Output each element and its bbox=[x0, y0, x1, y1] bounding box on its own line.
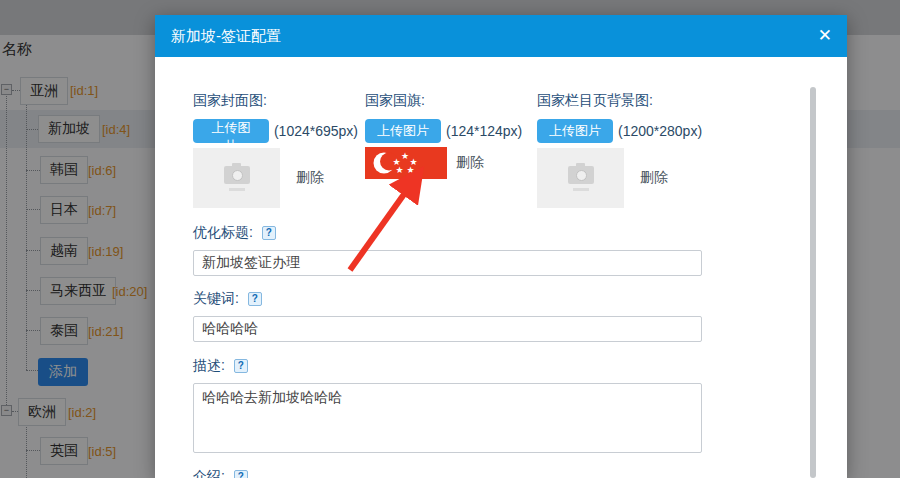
camera-icon bbox=[224, 166, 250, 184]
page: 名称 − − 亚洲 [id:1] 新加坡 [id:4] 韩国 [id:6] 日本… bbox=[0, 0, 900, 478]
intro-label: 介绍: bbox=[193, 468, 225, 478]
seo-title-field-group: 优化标题: ? bbox=[193, 224, 702, 276]
description-textarea[interactable]: 哈哈哈去新加坡哈哈哈 bbox=[193, 383, 702, 453]
camera-caption bbox=[229, 188, 245, 191]
modal-title: 新加坡-签证配置 bbox=[155, 15, 847, 57]
cover-image-placeholder bbox=[193, 148, 280, 208]
delete-background-link[interactable]: 删除 bbox=[640, 169, 668, 187]
help-icon[interactable]: ? bbox=[234, 470, 248, 478]
background-image-placeholder bbox=[537, 148, 624, 208]
upload-flag-label: 国家国旗: bbox=[365, 92, 530, 110]
modal-scrollbar-thumb[interactable] bbox=[810, 87, 816, 478]
seo-title-input[interactable] bbox=[193, 250, 702, 276]
camera-icon bbox=[568, 166, 594, 184]
upload-background-button[interactable]: 上传图片 bbox=[537, 119, 613, 143]
intro-field-group: 介绍: ? bbox=[193, 468, 248, 478]
svg-text:★: ★ bbox=[401, 151, 409, 161]
help-icon[interactable]: ? bbox=[234, 359, 248, 373]
upload-cover-button[interactable]: 上传图片 bbox=[193, 119, 269, 143]
keywords-field-group: 关键词: ? bbox=[193, 290, 702, 342]
help-icon[interactable]: ? bbox=[262, 226, 276, 240]
flag-size-hint: (124*124px) bbox=[446, 123, 522, 139]
svg-text:★: ★ bbox=[406, 165, 414, 175]
upload-cover-label: 国家封面图: bbox=[193, 92, 358, 110]
delete-cover-link[interactable]: 删除 bbox=[296, 169, 324, 187]
seo-title-label: 优化标题: bbox=[193, 224, 253, 242]
cover-size-hint: (1024*695px) bbox=[274, 123, 358, 139]
keywords-label: 关键词: bbox=[193, 290, 239, 308]
keywords-input[interactable] bbox=[193, 316, 702, 342]
help-icon[interactable]: ? bbox=[248, 292, 262, 306]
visa-config-modal: 新加坡-签证配置 ✕ 国家封面图: 上传图片 (1024*695px) 删除 国… bbox=[155, 15, 847, 478]
singapore-flag-image: ★ ★ ★ ★ ★ bbox=[365, 147, 447, 179]
delete-flag-link[interactable]: 删除 bbox=[456, 154, 484, 172]
description-label: 描述: bbox=[193, 357, 225, 375]
background-size-hint: (1200*280px) bbox=[618, 123, 702, 139]
upload-background-label: 国家栏目页背景图: bbox=[537, 92, 712, 110]
upload-cover-section: 国家封面图: 上传图片 (1024*695px) 删除 bbox=[193, 92, 358, 208]
upload-background-section: 国家栏目页背景图: 上传图片 (1200*280px) 删除 bbox=[537, 92, 712, 208]
svg-text:★: ★ bbox=[395, 165, 403, 175]
modal-header: 新加坡-签证配置 ✕ bbox=[155, 15, 847, 57]
upload-flag-section: 国家国旗: 上传图片 (124*124px) ★ ★ ★ ★ ★ 删除 bbox=[365, 92, 530, 179]
close-icon[interactable]: ✕ bbox=[818, 15, 832, 57]
camera-caption bbox=[573, 188, 589, 191]
description-field-group: 描述: ? 哈哈哈去新加坡哈哈哈 bbox=[193, 357, 702, 457]
upload-flag-button[interactable]: 上传图片 bbox=[365, 119, 441, 143]
